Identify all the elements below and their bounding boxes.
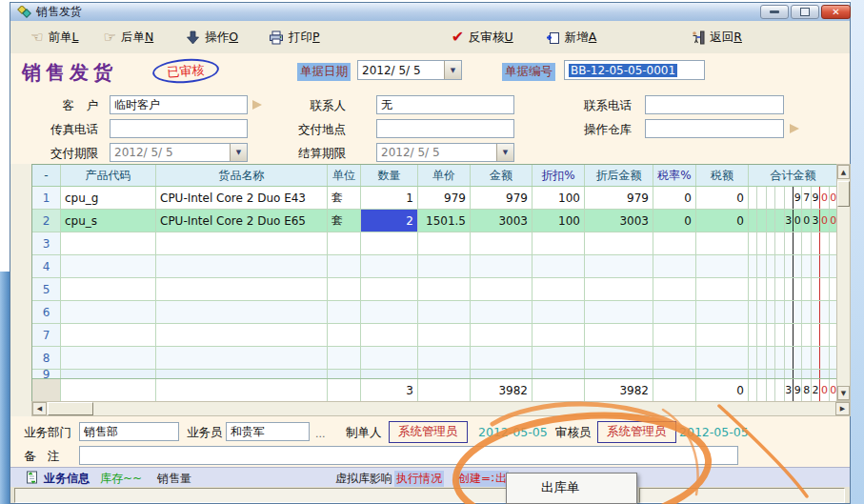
cell-discount[interactable] [532, 370, 585, 378]
cell-num[interactable]: 7 [32, 324, 61, 346]
cell-amount[interactable] [471, 370, 532, 378]
restore-button[interactable] [791, 5, 819, 19]
cell-total[interactable] [749, 347, 837, 369]
cell-price[interactable] [418, 301, 471, 323]
cell-num[interactable]: 8 [32, 347, 61, 369]
cell-price[interactable] [418, 370, 471, 378]
cell-code[interactable]: cpu_g [61, 187, 156, 209]
doc-no-input[interactable]: BB-12-05-05-0001 [564, 60, 705, 80]
cell-price[interactable]: 979 [418, 187, 471, 209]
table-row[interactable]: 5 [32, 278, 837, 301]
cell-price[interactable] [418, 278, 471, 300]
cell-discounted[interactable]: 979 [585, 187, 653, 209]
remark-input[interactable] [79, 446, 738, 465]
column-header-tax_rate[interactable]: 税率% [653, 165, 696, 186]
cell-total[interactable]: 300300 [749, 210, 837, 232]
fax-input[interactable] [110, 119, 248, 138]
cell-name[interactable]: CPU-Intel Core 2 Duo E43 [156, 187, 328, 209]
cell-tax[interactable] [696, 278, 749, 300]
customer-picker-arrow-icon[interactable] [252, 100, 262, 110]
cell-name[interactable] [156, 255, 328, 277]
horizontal-scrollbar[interactable]: ◀ ▶ [31, 401, 851, 416]
cell-name[interactable] [156, 370, 328, 378]
toolbar-button-next-doc[interactable]: ☞后单N [99, 28, 157, 48]
column-header-unit[interactable]: 单位 [328, 165, 361, 186]
stock-link[interactable]: 库存~~ [100, 471, 142, 487]
cell-tax_rate[interactable] [653, 324, 696, 346]
cell-tax[interactable] [696, 301, 749, 323]
cell-qty[interactable]: 1 [361, 187, 418, 209]
cell-tax_rate[interactable] [653, 255, 696, 277]
table-row[interactable]: 3 [32, 232, 837, 255]
table-row[interactable]: 2cpu_sCPU-Intel Core 2 Duo E65套21501.530… [32, 210, 837, 232]
cell-name[interactable] [156, 347, 328, 369]
cell-qty[interactable] [361, 324, 418, 346]
table-row[interactable]: 8 [32, 347, 837, 370]
cell-amount[interactable] [471, 232, 532, 254]
cell-discount[interactable]: 100 [532, 187, 585, 209]
cell-unit[interactable] [328, 370, 361, 378]
scroll-right-icon[interactable]: ▶ [835, 402, 850, 415]
cell-price[interactable] [418, 347, 471, 369]
cell-qty[interactable] [361, 347, 418, 369]
cell-qty[interactable] [361, 301, 418, 323]
cell-code[interactable] [61, 324, 156, 346]
column-header-tax[interactable]: 税额 [696, 165, 749, 186]
cell-tax_rate[interactable] [653, 232, 696, 254]
cell-tax_rate[interactable] [653, 347, 696, 369]
cell-discount[interactable] [532, 324, 585, 346]
cell-qty[interactable] [361, 232, 418, 254]
warehouse-input[interactable] [645, 119, 784, 138]
cell-discounted[interactable] [585, 301, 653, 323]
cell-name[interactable]: CPU-Intel Core 2 Duo E65 [156, 210, 328, 232]
column-header-total[interactable]: 合计金额 [749, 165, 837, 186]
cell-code[interactable] [61, 232, 156, 254]
popup-menu-item-0[interactable]: 出库单 [507, 474, 636, 501]
cell-amount[interactable] [471, 278, 532, 300]
cell-tax[interactable]: 0 [696, 210, 749, 232]
cell-amount[interactable] [471, 347, 532, 369]
cell-tax[interactable] [696, 232, 749, 254]
toolbar-button-return[interactable]: 返回R [686, 28, 746, 48]
table-row[interactable]: 4 [32, 255, 837, 278]
cell-discounted[interactable] [585, 324, 653, 346]
cell-qty[interactable]: 2 [361, 210, 418, 232]
cell-total[interactable] [749, 232, 837, 254]
deliver-date-combobox[interactable]: 2012/ 5/ 5 ▼ [110, 143, 248, 162]
cell-qty[interactable] [361, 370, 418, 378]
cell-num[interactable]: 4 [32, 255, 61, 277]
cell-tax_rate[interactable]: 0 [653, 187, 696, 209]
table-row[interactable]: 6 [32, 301, 837, 324]
cell-num[interactable]: 2 [32, 210, 61, 232]
cell-unit[interactable] [328, 278, 361, 300]
column-header-discounted[interactable]: 折后金额 [585, 165, 653, 186]
column-header-qty[interactable]: 数量 [361, 165, 418, 186]
cell-discount[interactable]: 100 [532, 210, 585, 232]
dept-input[interactable] [79, 422, 179, 441]
cell-name[interactable] [156, 301, 328, 323]
cell-total[interactable] [749, 278, 837, 300]
column-header-amount[interactable]: 金额 [471, 165, 532, 186]
cell-num[interactable]: 1 [32, 187, 61, 209]
cell-discounted[interactable] [585, 232, 653, 254]
cell-tax[interactable] [696, 255, 749, 277]
cell-total[interactable] [749, 324, 837, 346]
salesman-input[interactable] [226, 422, 310, 441]
column-header-code[interactable]: 产品代码 [61, 165, 156, 186]
cell-tax[interactable] [696, 347, 749, 369]
cell-tax[interactable]: 0 [696, 187, 749, 209]
deliver-date-dropdown-icon[interactable]: ▼ [230, 144, 247, 161]
doc-date-dropdown-icon[interactable]: ▼ [444, 61, 461, 79]
cell-code[interactable] [61, 255, 156, 277]
cell-amount[interactable] [471, 255, 532, 277]
cell-discount[interactable] [532, 301, 585, 323]
cell-total[interactable] [749, 370, 837, 378]
cell-num[interactable]: 3 [32, 232, 61, 254]
cell-discount[interactable] [532, 278, 585, 300]
cell-unit[interactable]: 套 [328, 187, 361, 209]
contact-input[interactable] [376, 95, 514, 114]
cell-unit[interactable] [328, 232, 361, 254]
scroll-down-icon[interactable]: ▼ [837, 386, 850, 400]
cell-code[interactable] [61, 347, 156, 369]
toolbar-button-operate[interactable]: 操作O [182, 28, 242, 48]
